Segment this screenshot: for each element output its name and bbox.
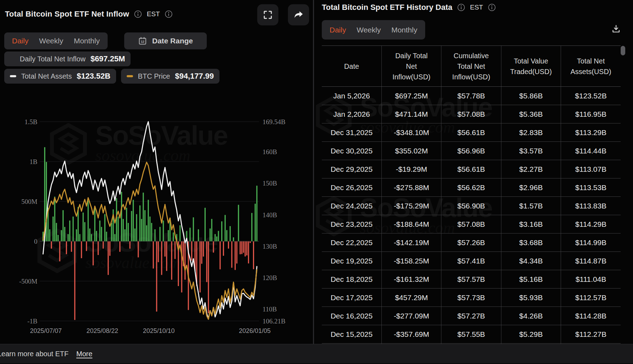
cell-cumulative: $57.55B [441, 325, 501, 344]
cell-inflow: -$142.19M [381, 233, 441, 252]
cell-assets: $113.83B [561, 197, 621, 215]
cell-assets: $114.87B [561, 252, 621, 270]
cell-traded: $4.26B [501, 307, 561, 325]
cell-assets: $114.44B [561, 142, 621, 160]
table-row[interactable]: Dec 30,2025$355.02M$56.96B$3.57B$114.44B [322, 142, 621, 160]
net-inflow-chart[interactable]: 1.5B1B500M0-500M-1B169.54B160B150B140B13… [0, 0, 313, 344]
svg-text:150B: 150B [263, 180, 277, 187]
cell-traded: $5.16B [501, 270, 561, 289]
cell-date: Dec 29,2025 [322, 160, 381, 178]
col-cumulative-net-inflow: Cumulative Total Net Inflow(USD) [441, 46, 501, 87]
cell-traded: $3.68B [501, 233, 561, 252]
footer-more-link[interactable]: More [76, 350, 92, 358]
col-total-net-assets: Total Net Assets(USD) [561, 46, 621, 87]
cell-inflow: -$275.88M [381, 178, 441, 197]
cell-traded: $3.57B [501, 142, 561, 160]
cell-cumulative: $57.57B [441, 270, 501, 289]
table-row[interactable]: Dec 17,2025$457.29M$57.73B$5.93B$112.57B [322, 289, 621, 307]
cell-inflow: $457.29M [381, 289, 441, 307]
svg-text:2025/08/22: 2025/08/22 [86, 327, 118, 334]
cell-date: Dec 26,2025 [322, 178, 381, 197]
cell-cumulative: $57.78B [441, 87, 501, 105]
svg-text:2025/10/10: 2025/10/10 [143, 327, 175, 334]
table-row[interactable]: Dec 26,2025-$275.88M$56.62B$2.96B$113.53… [322, 178, 621, 197]
table-row[interactable]: Dec 29,2025-$19.29M$56.61B$2.27B$113.07B [322, 160, 621, 178]
table-row[interactable]: Dec 22,2025-$142.19M$57.26B$3.68B$114.99… [322, 233, 621, 252]
timezone-label: EST [470, 4, 483, 11]
svg-text:2026/01/05: 2026/01/05 [239, 327, 271, 334]
table-row[interactable]: Dec 19,2025-$158.25M$57.41B$4.34B$114.87… [322, 252, 621, 270]
cell-traded: $2.27B [501, 160, 561, 178]
cell-cumulative: $56.90B [441, 197, 501, 215]
cell-date: Dec 17,2025 [322, 289, 381, 307]
net-inflow-panel: SoSoValue sosovalue.com SoSoValue sosova… [0, 0, 313, 344]
cell-inflow: -$161.32M [381, 270, 441, 289]
cell-inflow: -$19.29M [381, 160, 441, 178]
cell-traded: $5.36B [501, 105, 561, 123]
cell-date: Dec 15,2025 [322, 325, 381, 344]
cell-date: Dec 23,2025 [322, 215, 381, 233]
tab-daily[interactable]: Daily [330, 26, 346, 34]
history-table-container: Date Daily Total Net Inflow(USD) Cumulat… [322, 46, 621, 344]
cell-cumulative: $57.08B [441, 215, 501, 233]
table-row[interactable]: Dec 23,2025-$188.64M$57.08B$3.16B$114.29… [322, 215, 621, 233]
svg-text:160B: 160B [263, 148, 277, 156]
table-row[interactable]: Dec 24,2025-$175.29M$56.90B$1.57B$113.83… [322, 197, 621, 215]
history-data-title: Total Bitcoin Spot ETF History Data [322, 3, 452, 12]
cell-date: Dec 31,2025 [322, 123, 381, 142]
cell-inflow: -$158.25M [381, 252, 441, 270]
footer-text: Learn more about ETF [0, 350, 68, 358]
cell-cumulative: $57.26B [441, 233, 501, 252]
download-button[interactable] [609, 22, 623, 36]
cell-date: Dec 18,2025 [322, 270, 381, 289]
table-row[interactable]: Dec 18,2025-$161.32M$57.57B$5.16B$111.04… [322, 270, 621, 289]
cell-cumulative: $56.61B [441, 123, 501, 142]
svg-text:1B: 1B [30, 158, 37, 165]
table-scrollbar-thumb[interactable] [621, 46, 625, 55]
svg-text:140B: 140B [263, 211, 277, 219]
table-row[interactable]: Dec 16,2025-$277.09M$57.27B$4.26B$114.28… [322, 307, 621, 325]
cell-traded: $1.57B [501, 197, 561, 215]
download-icon [611, 23, 621, 35]
cell-date: Dec 22,2025 [322, 233, 381, 252]
svg-text:500M: 500M [22, 198, 38, 205]
cell-traded: $3.16B [501, 215, 561, 233]
cell-date: Jan 2,2026 [322, 105, 381, 123]
cell-assets: $113.29B [561, 123, 621, 142]
cell-date: Jan 5,2026 [322, 87, 381, 105]
history-table: Date Daily Total Net Inflow(USD) Cumulat… [322, 46, 621, 344]
cell-traded: $5.86B [501, 87, 561, 105]
history-data-panel: SoSoValue sosovalue.com SoSoValue sosova… [314, 0, 633, 344]
cell-inflow: $355.02M [381, 142, 441, 160]
footer-bar: Learn more about ETF More [0, 344, 633, 363]
table-row[interactable]: Jan 2,2026$471.14M$57.08B$5.36B$116.95B [322, 105, 621, 123]
cell-assets: $111.04B [561, 270, 621, 289]
cell-traded: $5.29B [501, 325, 561, 344]
svg-text:-500M: -500M [19, 278, 37, 285]
cell-cumulative: $56.61B [441, 160, 501, 178]
table-row[interactable]: Dec 31,2025-$348.10M$56.61B$2.83B$113.29… [322, 123, 621, 142]
cell-inflow: -$175.29M [381, 197, 441, 215]
info-icon[interactable] [457, 3, 465, 12]
cell-cumulative: $57.08B [441, 105, 501, 123]
cell-date: Dec 24,2025 [322, 197, 381, 215]
cell-cumulative: $57.41B [441, 252, 501, 270]
table-header-row: Date Daily Total Net Inflow(USD) Cumulat… [322, 46, 621, 87]
cell-assets: $113.07B [561, 160, 621, 178]
cell-assets: $112.27B [561, 325, 621, 344]
tab-weekly[interactable]: Weekly [357, 26, 381, 34]
cell-traded: $5.93B [501, 289, 561, 307]
etf-dashboard: SoSoValue sosovalue.com SoSoValue sosova… [0, 0, 633, 364]
table-row[interactable]: Jan 5,2026$697.25M$57.78B$5.86B$123.52B [322, 87, 621, 105]
table-row[interactable]: Dec 15,2025-$357.69M$57.55B$5.29B$112.27… [322, 325, 621, 344]
svg-text:110B: 110B [263, 305, 277, 313]
cell-cumulative: $57.73B [441, 289, 501, 307]
info-icon[interactable] [488, 3, 496, 12]
table-period-tabs: Daily Weekly Monthly [322, 20, 425, 40]
cell-inflow: $471.14M [381, 105, 441, 123]
cell-inflow: $697.25M [381, 87, 441, 105]
tab-monthly[interactable]: Monthly [391, 26, 417, 34]
svg-text:120B: 120B [263, 274, 277, 281]
cell-traded: $4.34B [501, 252, 561, 270]
cell-cumulative: $57.27B [441, 307, 501, 325]
